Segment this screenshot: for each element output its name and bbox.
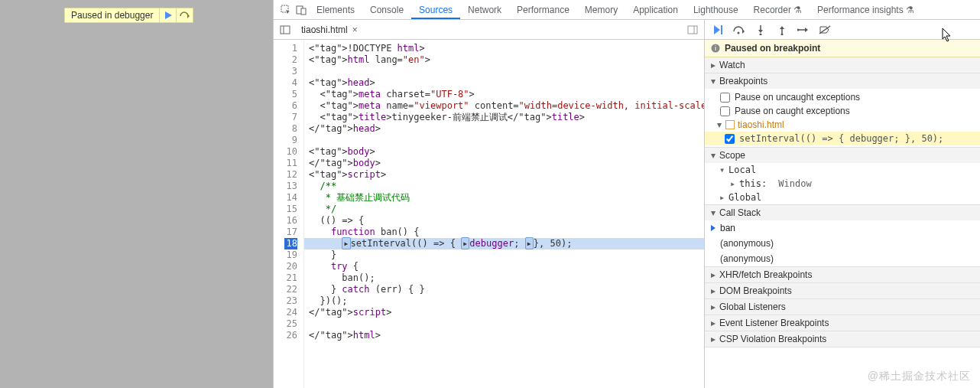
callstack-frame-2[interactable]: (anonymous) — [705, 251, 980, 266]
tab-sources[interactable]: Sources — [411, 1, 460, 19]
scope-header[interactable]: ▾Scope — [705, 148, 980, 163]
close-icon[interactable]: × — [352, 24, 358, 35]
svg-point-15 — [760, 33, 762, 35]
scope-global-row[interactable]: ▸Global — [705, 191, 980, 204]
info-icon: i — [711, 44, 720, 53]
chevron-down-icon: ▾ — [716, 119, 722, 130]
pause-uncaught-row[interactable]: Pause on uncaught exceptions — [705, 90, 980, 104]
section-global-listeners[interactable]: ▸Global Listeners — [705, 299, 980, 315]
breakpoint-checkbox[interactable] — [725, 134, 735, 144]
step-button[interactable] — [797, 23, 810, 37]
global-listeners-label: Global Listeners — [719, 302, 786, 312]
file-tab-label: tiaoshi.html — [301, 24, 348, 35]
beaker-icon: ⚗ — [906, 5, 914, 15]
beaker-icon: ⚗ — [793, 5, 802, 15]
paused-overlay: Paused in debugger — [64, 8, 193, 23]
tab-elements[interactable]: Elements — [309, 1, 362, 19]
watch-label: Watch — [719, 60, 745, 70]
svg-text:i: i — [715, 44, 716, 52]
inspect-element-button[interactable] — [278, 2, 294, 18]
section-xhr[interactable]: ▸XHR/fetch Breakpoints — [705, 267, 980, 283]
breakpoint-file-row[interactable]: ▾tiaoshi.html — [705, 118, 980, 132]
step-into-button[interactable] — [754, 23, 767, 37]
scope-label: Scope — [719, 150, 745, 161]
chevron-right-icon: ▸ — [709, 269, 716, 280]
svg-rect-5 — [281, 26, 290, 34]
frame-name: (anonymous) — [720, 238, 774, 249]
callstack-header[interactable]: ▾Call Stack — [705, 205, 980, 220]
pause-caught-checkbox[interactable] — [720, 106, 730, 116]
devtools-tabbar: Elements Console Sources Network Perform… — [274, 0, 980, 20]
file-tabbar: tiaoshi.html × — [274, 20, 704, 40]
pause-uncaught-checkbox[interactable] — [720, 93, 730, 103]
svg-rect-10 — [721, 25, 722, 34]
tab-application[interactable]: Application — [625, 1, 686, 19]
frame-name: ban — [720, 223, 735, 233]
step-over-button[interactable] — [732, 23, 746, 37]
breakpoint-file-name: tiaoshi.html — [738, 119, 784, 130]
section-csp[interactable]: ▸CSP Violation Breakpoints — [705, 331, 980, 347]
sources-column: tiaoshi.html × 1234567891011121314151617… — [274, 20, 705, 388]
file-tab-tiaoshi[interactable]: tiaoshi.html × — [297, 22, 362, 37]
chevron-right-icon: ▸ — [729, 178, 736, 189]
svg-point-18 — [781, 33, 784, 35]
show-navigator-button[interactable] — [278, 23, 292, 37]
scope-local-row[interactable]: ▾Local — [705, 163, 980, 177]
tab-recorder-label: Recorder — [754, 5, 791, 15]
resume-icon — [712, 24, 723, 35]
tab-recorder[interactable]: Recorder⚗ — [746, 1, 810, 19]
scope-local-label: Local — [729, 165, 756, 175]
tab-console[interactable]: Console — [362, 1, 411, 19]
csp-label: CSP Violation Breakpoints — [719, 334, 826, 344]
device-toolbar-button[interactable] — [294, 2, 309, 18]
svg-marker-17 — [780, 26, 784, 29]
scope-this-row[interactable]: ▸this: Window — [705, 177, 980, 191]
deactivate-breakpoints-button[interactable] — [818, 23, 832, 37]
breakpoints-header[interactable]: ▾Breakpoints — [705, 73, 980, 89]
more-tabs-button[interactable] — [686, 23, 699, 37]
device-icon — [296, 5, 307, 15]
tab-lighthouse[interactable]: Lighthouse — [686, 1, 746, 19]
tab-perf-insights-label: Performance insights — [817, 5, 904, 15]
pause-caught-row[interactable]: Pause on caught exceptions — [705, 104, 980, 118]
event-listener-label: Event Listener Breakpoints — [719, 318, 829, 328]
section-event-listener[interactable]: ▸Event Listener Breakpoints — [705, 315, 980, 331]
svg-point-11 — [738, 31, 740, 34]
svg-marker-0 — [165, 11, 172, 19]
tab-perf-insights[interactable]: Performance insights⚗ — [810, 1, 922, 19]
section-breakpoints: ▾Breakpoints Pause on uncaught exception… — [705, 73, 980, 148]
breakpoint-line-row[interactable]: setInterval(() => { debugger; }, 50); — [705, 132, 980, 145]
chevron-down-icon: ▾ — [709, 150, 716, 161]
section-watch[interactable]: ▸Watch — [705, 57, 980, 73]
tab-memory[interactable]: Memory — [577, 1, 625, 19]
svg-rect-7 — [688, 26, 697, 34]
source-editor[interactable]: 1234567891011121314151617181920212223242… — [274, 40, 704, 388]
play-icon — [164, 11, 173, 20]
callstack-frame-1[interactable]: (anonymous) — [705, 236, 980, 251]
svg-marker-1 — [187, 14, 190, 18]
callstack-frame-0[interactable]: ban — [705, 220, 980, 236]
step-into-icon — [756, 24, 765, 35]
devtools-panel: Elements Console Sources Network Perform… — [273, 0, 980, 388]
tab-performance[interactable]: Performance — [509, 1, 577, 19]
panel-right-icon — [687, 24, 698, 35]
inspect-icon — [281, 5, 291, 15]
tab-network[interactable]: Network — [460, 1, 509, 19]
section-scope: ▾Scope ▾Local ▸this: Window ▸Global — [705, 148, 980, 205]
scope-global-label: Global — [729, 192, 761, 203]
resume-button[interactable] — [711, 23, 725, 37]
pause-caught-label: Pause on caught exceptions — [735, 106, 850, 116]
debugger-sidebar: i Paused on breakpoint ▸Watch ▾Breakpoin… — [705, 20, 980, 388]
line-gutter[interactable]: 1234567891011121314151617181920212223242… — [274, 40, 304, 388]
chevron-right-icon: ▸ — [709, 285, 716, 296]
svg-point-21 — [797, 28, 800, 31]
file-icon — [725, 120, 735, 129]
step-out-button[interactable] — [775, 23, 789, 37]
section-dom[interactable]: ▸DOM Breakpoints — [705, 283, 980, 299]
overlay-resume-button[interactable] — [159, 8, 176, 22]
chevron-down-icon: ▾ — [709, 207, 716, 218]
scope-this-label: this: — [739, 178, 767, 189]
step-out-icon — [777, 24, 787, 35]
source-code[interactable]: <"tag">!DOCTYPE html><"tag">html lang="e… — [304, 40, 704, 388]
overlay-step-button[interactable] — [176, 8, 193, 22]
